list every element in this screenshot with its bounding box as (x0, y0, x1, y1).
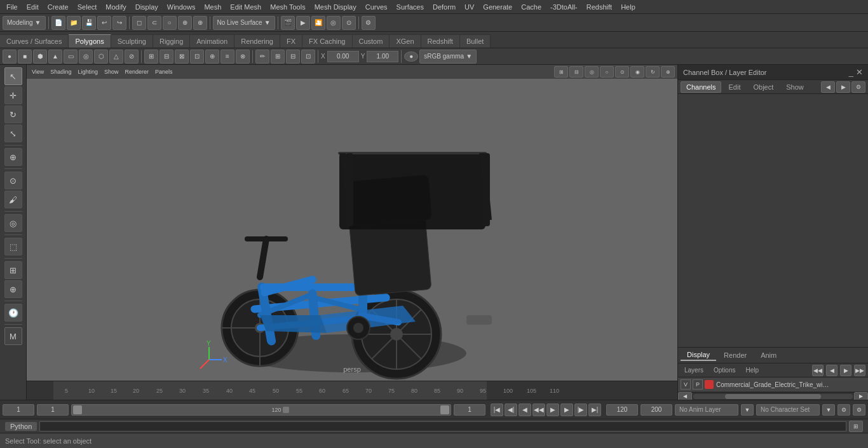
frame-input2[interactable]: 1 (37, 404, 69, 416)
tab-bullet[interactable]: Bullet (460, 34, 491, 48)
channel-arrow-left[interactable]: ◀ (821, 81, 835, 93)
range-thumb[interactable] (283, 407, 289, 413)
mesh-ops3-btn[interactable]: ⊠ (175, 50, 189, 64)
python-label[interactable]: Python (5, 422, 37, 431)
vp-icon5[interactable]: ⊙ (615, 66, 629, 78)
menu-curves[interactable]: Curves (362, 2, 391, 12)
vp-icon1[interactable]: ⊞ (554, 66, 568, 78)
render-btn[interactable]: 🎬 (281, 16, 295, 30)
menu-create[interactable]: Create (44, 2, 72, 12)
scroll-thumb[interactable] (725, 394, 821, 399)
prev-key-btn[interactable]: ◀ (519, 404, 531, 416)
anim-layer-arrow[interactable]: ▼ (741, 404, 754, 416)
edit-mesh1-btn[interactable]: ✏ (255, 50, 269, 64)
snap1-btn[interactable]: ⊕ (178, 16, 192, 30)
bp-tab-display[interactable]: Display (681, 350, 716, 361)
vp-icon3[interactable]: ◎ (585, 66, 599, 78)
lasso-btn[interactable]: ⊂ (147, 16, 161, 30)
render4-btn[interactable]: ◎ (327, 16, 341, 30)
redo-btn[interactable]: ↪ (112, 16, 126, 30)
poly-pipe-btn[interactable]: ⊘ (125, 50, 139, 64)
rotate-tool[interactable]: ↻ (4, 105, 22, 123)
menu-redshift[interactable]: Redshift (583, 2, 616, 12)
cb-tab-edit[interactable]: Edit (722, 81, 746, 93)
tab-fx[interactable]: FX (280, 34, 302, 48)
bp-tab-anim[interactable]: Anim (754, 350, 783, 360)
menu-cache[interactable]: Cache (517, 2, 545, 12)
select-tool[interactable]: ↖ (4, 67, 22, 85)
transform-tool[interactable]: ⊕ (4, 148, 22, 166)
cb-tab-show[interactable]: Show (780, 81, 810, 93)
char-set-arrow[interactable]: ▼ (822, 404, 835, 416)
scroll-right[interactable]: ▶ (854, 392, 868, 400)
char-set-settings[interactable]: ⚙ (837, 404, 850, 416)
layers-menu[interactable]: Layers (681, 366, 707, 374)
tab-animation[interactable]: Animation (190, 34, 234, 48)
bp-tab-render[interactable]: Render (717, 350, 753, 360)
poly-cube-btn[interactable]: ■ (18, 50, 32, 64)
tab-custom[interactable]: Custom (353, 34, 390, 48)
render2-btn[interactable]: ▶ (296, 16, 310, 30)
settings-btn[interactable]: ⚙ (362, 16, 376, 30)
mesh-ops6-btn[interactable]: ≡ (220, 50, 234, 64)
menu-mesh[interactable]: Mesh (200, 2, 225, 12)
menu-file[interactable]: File (3, 2, 22, 12)
menu-select[interactable]: Select (74, 2, 101, 12)
timeline-ruler[interactable]: 5 10 15 20 25 30 35 40 45 50 55 60 65 70… (53, 381, 487, 400)
layer-visibility[interactable]: V (681, 379, 691, 390)
range-right-handle[interactable] (440, 405, 449, 414)
frame-range-slider[interactable]: 120 (71, 404, 451, 416)
save-btn[interactable]: 💾 (82, 16, 96, 30)
python-input[interactable] (39, 421, 846, 431)
paint-btn[interactable]: ○ (163, 16, 177, 30)
poly-pyramid-btn[interactable]: △ (109, 50, 123, 64)
timeline[interactable]: 5 10 15 20 25 30 35 40 45 50 55 60 65 70… (27, 381, 677, 400)
layer-icon1[interactable]: ◀◀ (812, 365, 824, 376)
snap2-btn[interactable]: ⊕ (193, 16, 207, 30)
vp-view-menu[interactable]: View (29, 68, 46, 76)
vp-renderer-menu[interactable]: Renderer (122, 68, 151, 76)
menu-surfaces[interactable]: Surfaces (393, 2, 428, 12)
tab-fx-caching[interactable]: FX Caching (302, 34, 352, 48)
tab-curves-surfaces[interactable]: Curves / Surfaces (0, 34, 69, 48)
snap-pt-tool[interactable]: ⊕ (4, 280, 22, 298)
channel-settings[interactable]: ⚙ (851, 81, 865, 93)
go-end-btn[interactable]: ▶| (588, 404, 601, 416)
mode-dropdown[interactable]: Modeling ▼ (3, 16, 46, 30)
range-max-field[interactable]: 200 (641, 404, 672, 416)
options-menu[interactable]: Options (710, 366, 739, 374)
menu-uv[interactable]: UV (461, 2, 478, 12)
vp-icon8[interactable]: ⊕ (661, 66, 675, 78)
maya-logo[interactable]: M (4, 327, 22, 345)
menu-modify[interactable]: Modify (102, 2, 130, 12)
range-end-field[interactable]: 120 (606, 404, 638, 416)
render5-btn[interactable]: ⊙ (342, 16, 356, 30)
colorspace-circle[interactable]: ● (404, 51, 418, 62)
frame-end-display[interactable]: 1 (454, 404, 485, 416)
marquee-tool[interactable]: ⬚ (4, 238, 22, 255)
cb-tab-channels[interactable]: Channels (681, 81, 721, 93)
menu-display[interactable]: Display (132, 2, 162, 12)
vp-icon4[interactable]: ○ (600, 66, 614, 78)
vp-icon7[interactable]: ↻ (646, 66, 660, 78)
move-tool[interactable]: ✛ (4, 86, 22, 104)
mesh-ops1-btn[interactable]: ⊞ (144, 50, 158, 64)
menu-deform[interactable]: Deform (429, 2, 459, 12)
frame-current[interactable]: 1 (3, 404, 34, 416)
new-scene-btn[interactable]: 📄 (51, 16, 65, 30)
menu-edit[interactable]: Edit (23, 2, 43, 12)
layer-icon2[interactable]: ◀ (826, 365, 837, 376)
channel-arrow-right[interactable]: ▶ (836, 81, 850, 93)
next-key-btn[interactable]: ▶ (560, 404, 573, 416)
viewport[interactable]: View Shading Lighting Show Renderer Pane… (27, 65, 677, 381)
poly-torus-btn[interactable]: ◎ (79, 50, 93, 64)
panel-minimize-btn[interactable]: _ (849, 67, 853, 77)
tab-rigging[interactable]: Rigging (153, 34, 190, 48)
layer-playback[interactable]: P (693, 379, 703, 390)
help-menu[interactable]: Help (742, 366, 763, 374)
mesh-ops2-btn[interactable]: ⊟ (159, 50, 173, 64)
colorspace-dropdown[interactable]: sRGB gamma ▼ (419, 50, 477, 64)
undo-btn[interactable]: ↩ (97, 16, 111, 30)
soft-mod-tool[interactable]: ⊙ (4, 172, 22, 189)
layer-icon3[interactable]: ▶ (840, 365, 851, 376)
